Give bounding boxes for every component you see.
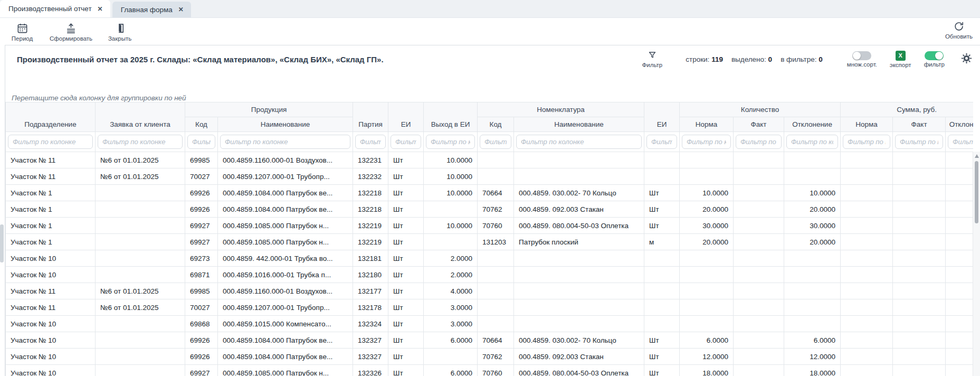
table-cell-naim_prod: 000.4859.1085.000 Патрубок н...: [218, 218, 353, 234]
filter-input-zayavka[interactable]: [98, 135, 183, 149]
table-cell-ei_prod: Шт: [388, 168, 424, 185]
filter-input-kod_nom[interactable]: [480, 135, 511, 149]
table-row[interactable]: Участок № 11№6 от 01.01.202569985000.485…: [6, 152, 974, 168]
filter-input-norma_kol[interactable]: [682, 135, 731, 149]
table-cell-kod_prod: 70027: [185, 168, 218, 185]
table-row[interactable]: Участок № 1069926000.4859.1084.000 Патру…: [6, 349, 974, 365]
column-header-fakt_kol[interactable]: Факт: [734, 117, 784, 132]
table-cell-otkl_sum: [946, 152, 973, 168]
scroll-up-arrow-icon[interactable]: [975, 154, 979, 158]
column-header-partiya[interactable]: Партия: [353, 102, 388, 132]
settings-button[interactable]: [960, 52, 973, 67]
toggle-off-icon[interactable]: [852, 51, 871, 60]
table-row[interactable]: Участок № 169927000.4859.1085.000 Патруб…: [6, 234, 974, 250]
column-header-norma_sum[interactable]: Норма: [841, 117, 893, 132]
column-header-ei_prod[interactable]: ЕИ: [388, 102, 424, 132]
table-cell-norma_kol: [680, 316, 734, 332]
refresh-icon: [953, 21, 965, 32]
table-row[interactable]: Участок № 11№6 от 01.01.202570027000.485…: [6, 168, 974, 185]
filter-input-fakt_sum[interactable]: [895, 135, 943, 149]
table-cell-vyhod_ei: 10.0000: [424, 152, 478, 168]
table-cell-kod_nom: 70664: [478, 185, 514, 201]
table-row[interactable]: Участок № 169926000.4859.1084.000 Патруб…: [6, 201, 974, 218]
vertical-scrollbar[interactable]: [973, 152, 980, 376]
table-cell-partiya: 132219: [353, 218, 388, 234]
table-cell-otkl_kol: 12.0000: [784, 349, 841, 365]
table-cell-kod_prod: 69926: [185, 349, 218, 365]
table-cell-podrazdelenie: Участок № 1: [6, 234, 96, 250]
table-cell-podrazdelenie: Участок № 11: [6, 152, 96, 168]
column-header-naim_nom[interactable]: Наименование: [514, 117, 644, 132]
period-button-label: Период: [12, 35, 33, 42]
column-header-otkl_sum[interactable]: Отклонение: [946, 117, 973, 132]
table-cell-partiya: 132180: [353, 267, 388, 283]
column-header-kod_nom[interactable]: Код: [478, 117, 514, 132]
report-title: Производственный отчет за 2025 г. Склады…: [17, 55, 384, 64]
filter-input-norma_sum[interactable]: [843, 135, 890, 149]
tab-close-icon[interactable]: ✕: [98, 5, 103, 13]
filter-input-ei_prod[interactable]: [391, 135, 421, 149]
table-cell-naim_prod: 000.4859.1015.000 Компенсато...: [218, 316, 353, 332]
table-cell-fakt_kol: [734, 349, 784, 365]
column-header-kod_prod[interactable]: Код: [185, 117, 218, 132]
tab-close-icon[interactable]: ✕: [178, 6, 184, 13]
table-row[interactable]: Участок № 1069927000.4859.1085.000 Патру…: [6, 365, 974, 376]
excel-icon[interactable]: X: [896, 51, 906, 61]
table-cell-naim_nom: [514, 316, 644, 332]
table-row[interactable]: Участок № 11№6 от 01.01.202569985000.485…: [6, 283, 974, 299]
column-header-ei_nom[interactable]: ЕИ: [644, 102, 680, 132]
toggle-on-icon[interactable]: [925, 51, 944, 60]
filter-input-otkl_kol[interactable]: [786, 135, 838, 149]
table-row[interactable]: Участок № 1069926000.4859.1084.000 Патру…: [6, 332, 974, 349]
filter-cell: [841, 132, 893, 152]
close-button[interactable]: Закрыть: [106, 22, 134, 42]
filter-input-fakt_kol[interactable]: [736, 135, 782, 149]
period-button[interactable]: Период: [8, 22, 36, 42]
table-row[interactable]: Участок № 11№6 от 01.01.202570027000.485…: [6, 299, 974, 316]
multisort-toggle[interactable]: множ.сорт.: [847, 51, 877, 68]
table-row[interactable]: Участок № 1069871000.4859.1016.000-01 Тр…: [6, 267, 974, 283]
table-cell-fakt_sum: [893, 349, 946, 365]
filter-input-otkl_sum[interactable]: [948, 135, 973, 149]
table-cell-zayavka: №6 от 01.01.2025: [96, 299, 185, 316]
column-header-naim_prod[interactable]: Наименование: [218, 117, 353, 132]
filter-input-podrazdelenie[interactable]: [8, 135, 93, 149]
table-cell-fakt_kol: [734, 234, 784, 250]
column-header-podrazdelenie[interactable]: Подразделение: [6, 102, 96, 132]
table-cell-norma_sum: [841, 201, 893, 218]
scrollbar-thumb[interactable]: [975, 161, 978, 223]
table-row[interactable]: Участок № 169927000.4859.1085.000 Патруб…: [6, 218, 974, 234]
filter-input-kod_prod[interactable]: [187, 135, 215, 149]
splitter-handle[interactable]: [0, 224, 4, 262]
filter-button[interactable]: Фильтр: [642, 50, 663, 68]
filter-input-ei_nom[interactable]: [646, 135, 677, 149]
column-header-norma_kol[interactable]: Норма: [680, 117, 734, 132]
table-cell-fakt_sum: [893, 365, 946, 376]
tab-main-form[interactable]: Главная форма ✕: [112, 2, 191, 17]
column-header-otkl_kol[interactable]: Отклонение: [784, 117, 841, 132]
filter-input-partiya[interactable]: [355, 135, 386, 149]
filter-input-naim_prod[interactable]: [220, 135, 350, 149]
column-header-vyhod_ei[interactable]: Выход в ЕИ: [424, 102, 478, 132]
stat-selected: выделено: 0: [731, 55, 772, 63]
table-cell-otkl_sum: [946, 316, 973, 332]
generate-button[interactable]: Сформировать: [50, 22, 92, 42]
filter-input-vyhod_ei[interactable]: [426, 135, 475, 149]
table-cell-kod_nom: [478, 250, 514, 267]
table-cell-otkl_sum: [946, 234, 973, 250]
tab-production-report[interactable]: Производственный отчет ✕: [0, 0, 110, 17]
export-excel-button[interactable]: X экспорт: [890, 51, 911, 68]
table-row[interactable]: Участок № 169926000.4859.1084.000 Патруб…: [6, 185, 974, 201]
table-row[interactable]: Участок № 1069273000.4859. 442.000-01 Тр…: [6, 250, 974, 267]
filter-input-naim_nom[interactable]: [516, 135, 642, 149]
table-row[interactable]: Участок № 1069868000.4859.1015.000 Компе…: [6, 316, 974, 332]
table-cell-otkl_kol: [784, 283, 841, 299]
table-cell-ei_prod: Шт: [388, 267, 424, 283]
table-cell-otkl_kol: [784, 316, 841, 332]
refresh-button[interactable]: Обновить: [945, 21, 973, 40]
table-cell-kod_prod: 69927: [185, 234, 218, 250]
filter-toggle[interactable]: фильтр: [924, 51, 945, 68]
table-cell-norma_kol: [680, 250, 734, 267]
column-header-zayavka[interactable]: Заявка от клиента: [96, 102, 185, 132]
column-header-fakt_sum[interactable]: Факт: [893, 117, 946, 132]
